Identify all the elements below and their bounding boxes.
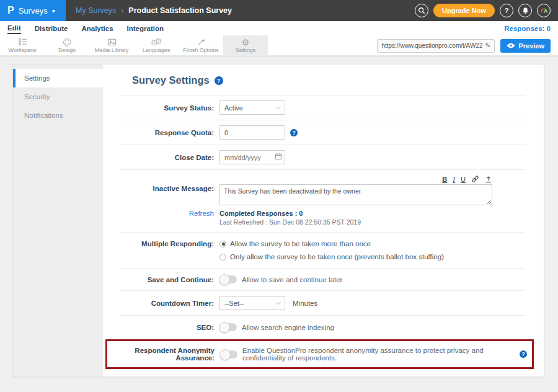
calendar-icon[interactable] [275,153,282,160]
toolbar-item-finish-options[interactable]: Finish Options [179,35,223,56]
radio-button-icon[interactable] [219,241,226,247]
product-menu-label: Surveys [19,6,48,16]
radio-allow-once[interactable]: Only allow the survey to be taken once (… [219,253,444,261]
page-title-row: Survey Settings ? [120,65,525,96]
toolbar-item-label: Design [58,47,76,53]
topbar: P Surveys ▾ My Surveys › Product Satisfa… [0,0,558,21]
survey-status-select[interactable]: Active [219,100,285,115]
underline-button[interactable]: U [461,176,466,183]
seo-row: SEO: Allow search engine indexing [120,316,525,339]
edit-url-icon[interactable]: ✎ [485,42,490,50]
toolbar-item-label: Workspace [9,47,37,53]
magic-wand-icon [197,38,206,47]
save-continue-text: Allow to save and continue later [242,276,342,283]
insert-image-button[interactable] [485,176,492,183]
save-continue-row: Save and Continue: Allow to save and con… [120,269,525,291]
survey-status-label: Survey Status: [120,104,219,112]
chevron-down-icon [276,104,281,109]
breadcrumb-my-surveys[interactable]: My Surveys [76,6,116,15]
countdown-timer-select[interactable]: --Set-- [219,296,285,310]
account-gauge-button[interactable] [537,4,551,17]
toolbar-item-workspace[interactable]: Workspace [0,35,45,56]
svg-text:x: x [153,42,155,45]
close-date-row: Close Date: [120,145,525,170]
sidebar-item-notifications[interactable]: Notifications [13,106,103,125]
breadcrumb-survey-title: Product Satisfaction Survey [128,6,232,15]
toolbar-item-label: Media Library [95,47,129,53]
caret-down-icon: ▾ [52,7,55,14]
gauge-icon [540,7,548,14]
inactive-message-row: Inactive Message: B I U This Survey has … [120,170,525,207]
radio-button-icon[interactable] [219,254,226,261]
save-continue-toggle[interactable] [219,275,237,283]
toolbar-item-languages[interactable]: xA Languages [134,35,179,56]
help-button[interactable]: ? [500,4,513,17]
toolbar-item-label: Finish Options [183,47,219,53]
respondent-anonymity-text: Enable QuestionPro respondent anonymity … [242,347,515,362]
toolbar-item-design[interactable]: Design [45,35,89,56]
survey-status-row: Survey Status: Active [120,96,525,120]
minutes-suffix: Minutes [293,300,317,307]
inactive-message-textarea[interactable]: This Survey has been deactivated by the … [219,184,492,205]
tab-analytics[interactable]: Analytics [81,24,113,33]
questionpro-logo: P [7,6,14,16]
sidebar-item-security[interactable]: Security [13,87,103,106]
refresh-row: Refresh Completed Responses : 0 Last Ref… [120,207,525,233]
response-quota-input[interactable] [219,125,285,140]
bold-button[interactable]: B [442,176,447,183]
edit-toolbar: Workspace Design Media Library xA Langua… [0,35,558,56]
settings-sidebar: Settings Security Notifications [13,65,103,376]
response-quota-row: Response Quota: ? [120,120,525,145]
respondent-anonymity-label: Respondent Anonymity Assurance: [113,347,220,362]
multiple-responding-label: Multiple Responding: [120,240,219,247]
tab-distribute[interactable]: Distribute [35,24,68,33]
insert-link-button[interactable] [471,175,479,183]
inactive-message-label: Inactive Message: [120,175,219,192]
respondent-anonymity-toggle[interactable] [220,350,237,359]
response-quota-help-icon[interactable]: ? [290,129,298,136]
link-icon [471,175,479,183]
surveys-product-menu[interactable]: P Surveys ▾ [0,0,66,21]
preview-button[interactable]: Preview [500,39,551,53]
notifications-button[interactable] [518,4,532,17]
italic-button[interactable]: I [453,176,455,183]
toolbar-item-media-library[interactable]: Media Library [89,35,134,56]
settings-page: Settings Security Notifications Survey S… [12,64,544,377]
close-date-label: Close Date: [120,154,219,161]
survey-url-input[interactable] [381,42,482,49]
refresh-link[interactable]: Refresh [120,210,219,217]
toolbar-item-label: Languages [143,47,170,53]
svg-text:A: A [157,40,160,43]
survey-settings-help-icon[interactable]: ? [215,76,223,85]
responses-count[interactable]: Responses: 0 [504,25,551,32]
respondent-anonymity-help-icon[interactable]: ? [520,350,527,358]
search-button[interactable] [415,4,428,17]
topbar-actions: Upgrade Now ? [415,0,558,21]
seo-toggle[interactable] [219,323,237,331]
multiple-responding-row: Multiple Responding: Allow the survey to… [120,233,525,269]
workspace-icon [17,38,28,47]
question-mark-icon: ? [505,7,509,14]
preview-label: Preview [518,42,544,50]
settings-main-panel: Survey Settings ? Survey Status: Active … [103,65,544,376]
save-area: Save Changes [120,369,525,376]
countdown-timer-label: Countdown Timer: [120,300,219,307]
radio-allow-multiple[interactable]: Allow the survey to be taken more than o… [219,240,444,247]
upgrade-now-button[interactable]: Upgrade Now [433,4,495,17]
response-quota-label: Response Quota: [120,129,219,136]
survey-url-box[interactable]: ✎ [377,39,495,53]
chevron-down-icon [276,300,281,305]
seo-text: Allow search engine indexing [242,324,334,331]
toolbar-item-settings[interactable]: ⚙ Settings [223,35,268,56]
countdown-timer-value: --Set-- [224,300,277,307]
survey-status-value: Active [224,104,277,112]
survey-nav-tabs: Edit Distribute Analytics Integration Re… [0,21,558,35]
eye-icon [507,43,515,48]
seo-label: SEO: [120,324,219,331]
tab-integration[interactable]: Integration [127,24,164,33]
completed-responses-text: Completed Responses : 0 [219,210,361,217]
image-icon [107,38,117,47]
tab-edit[interactable]: Edit [7,23,21,34]
search-icon [418,7,425,14]
sidebar-item-settings[interactable]: Settings [13,69,103,87]
